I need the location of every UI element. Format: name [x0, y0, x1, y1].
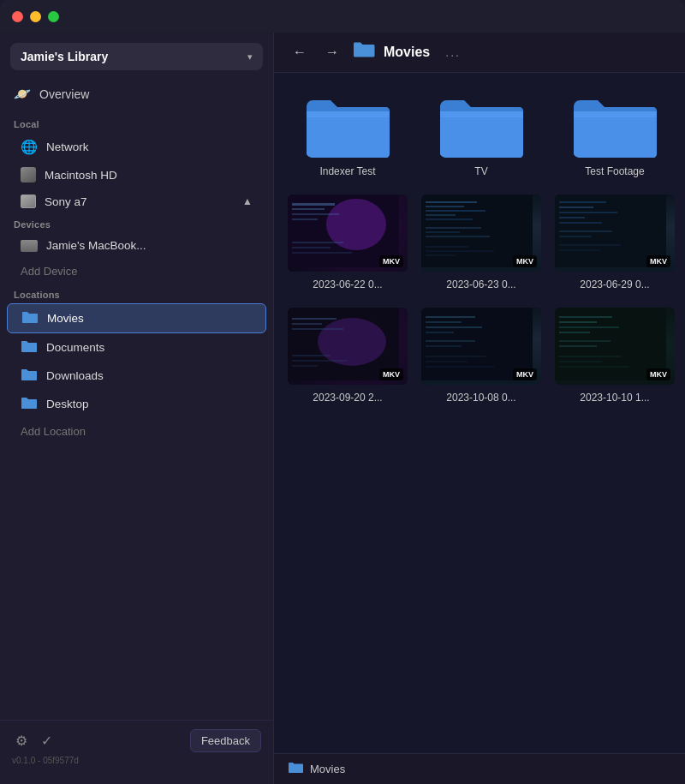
svg-rect-27 [559, 230, 612, 232]
grid-item-test-footage[interactable]: Test Footage [555, 90, 675, 177]
saturn-icon: 🪐 [14, 86, 31, 102]
grid-item-vid5[interactable]: MKV 2023-10-08 0... [421, 308, 541, 404]
grid-item-vid3[interactable]: MKV 2023-06-29 0... [555, 195, 675, 290]
sidebar-item-label: Sony a7 [45, 195, 87, 208]
svg-rect-8 [292, 252, 352, 254]
overview-label: Overview [39, 87, 89, 101]
main-content: ← → Movies ... Indexe [274, 33, 685, 784]
grid-item-vid1[interactable]: MKV 2023-06-22 0... [288, 195, 408, 290]
svg-rect-16 [426, 231, 460, 233]
check-icon[interactable]: ✓ [38, 729, 56, 752]
svg-rect-46 [426, 356, 485, 357]
svg-rect-58 [559, 366, 629, 368]
svg-rect-10 [426, 201, 477, 203]
svg-rect-35 [292, 328, 343, 330]
grid-item-label: Test Footage [585, 165, 644, 177]
svg-rect-2 [292, 203, 335, 206]
svg-rect-55 [559, 345, 597, 347]
grid-item-vid6[interactable]: MKV 2023-10-10 1... [555, 308, 675, 404]
add-location-button[interactable]: Add Location [7, 420, 266, 443]
folder-thumbnail [438, 90, 524, 159]
back-button[interactable]: ← [288, 43, 312, 62]
svg-rect-26 [559, 222, 602, 224]
sidebar-item-documents[interactable]: Documents [7, 333, 266, 362]
content-grid: Indexer Test TV [274, 73, 685, 753]
hd-icon [21, 167, 36, 183]
sidebar-item-downloads[interactable]: Downloads [7, 362, 266, 390]
svg-rect-56 [559, 356, 621, 357]
svg-rect-37 [292, 360, 348, 362]
grid-item-indexer-test[interactable]: Indexer Test [288, 90, 408, 177]
macbook-icon [21, 240, 38, 252]
svg-rect-20 [426, 254, 456, 256]
more-options-button[interactable]: ... [445, 45, 461, 59]
sidebar-item-macbook[interactable]: Jamie's MacBook... [7, 233, 266, 258]
content-header: ← → Movies ... [274, 33, 685, 73]
bottom-bar: Movies [274, 753, 685, 784]
sidebar-item-label: Network [46, 141, 89, 153]
close-button[interactable] [12, 11, 23, 22]
sidebar-item-network[interactable]: 🌐 Network [7, 133, 266, 161]
grid-item-label: TV [474, 165, 487, 177]
grid-item-vid4[interactable]: MKV 2023-09-20 2... [288, 308, 408, 404]
sidebar-item-label: Desktop [46, 398, 89, 410]
svg-rect-28 [559, 236, 592, 237]
grid-item-label: 2023-06-23 0... [446, 278, 515, 290]
video-thumbnail: MKV [555, 195, 675, 272]
grid-item-label: 2023-06-29 0... [580, 278, 649, 290]
library-name: Jamie's Library [21, 50, 108, 63]
sidebar-item-desktop[interactable]: Desktop [7, 390, 266, 418]
grid-item-label: 2023-10-10 1... [580, 392, 649, 404]
mkv-badge: MKV [646, 255, 670, 267]
svg-rect-38 [292, 365, 318, 367]
sidebar: Jamie's Library ▾ 🪐 Overview Local 🌐 Net… [0, 33, 274, 784]
grid-item-vid2[interactable]: MKV 2023-06-23 0... [421, 195, 541, 290]
svg-rect-13 [426, 214, 456, 216]
folder-icon [21, 310, 39, 326]
svg-rect-41 [426, 321, 462, 323]
svg-rect-24 [559, 212, 617, 213]
grid-item-label: 2023-09-20 2... [313, 392, 382, 404]
sidebar-item-label: Documents [46, 341, 104, 354]
mkv-badge: MKV [513, 368, 537, 380]
svg-rect-3 [292, 208, 325, 210]
library-selector[interactable]: Jamie's Library ▾ [10, 43, 263, 70]
svg-rect-44 [426, 340, 475, 342]
svg-rect-45 [426, 345, 462, 347]
sidebar-item-label: Macintosh HD [45, 169, 117, 182]
svg-rect-29 [559, 244, 621, 246]
section-local: Local [0, 114, 273, 133]
svg-rect-7 [292, 247, 331, 248]
svg-rect-42 [426, 326, 482, 328]
svg-rect-12 [426, 210, 485, 212]
svg-rect-6 [292, 242, 343, 243]
mkv-badge: MKV [513, 255, 537, 267]
folder-thumbnail [572, 90, 658, 159]
bottom-label: Movies [310, 763, 345, 775]
settings-icon[interactable]: ⚙ [12, 729, 31, 752]
svg-point-32 [318, 318, 386, 366]
sidebar-item-macintosh-hd[interactable]: Macintosh HD [7, 161, 266, 189]
maximize-button[interactable] [48, 11, 59, 22]
sidebar-item-overview[interactable]: 🪐 Overview [0, 79, 273, 109]
sidebar-item-label: Downloads [46, 369, 104, 382]
grid-item-tv[interactable]: TV [421, 90, 541, 177]
video-thumbnail: MKV [421, 195, 541, 272]
svg-rect-11 [426, 206, 464, 207]
forward-button[interactable]: → [320, 43, 344, 62]
svg-rect-36 [292, 355, 331, 356]
drive-icon [21, 195, 36, 208]
app-body: Jamie's Library ▾ 🪐 Overview Local 🌐 Net… [0, 33, 685, 784]
add-device-button[interactable]: Add Device [7, 260, 266, 283]
footer-actions: ⚙ ✓ Feedback [12, 729, 261, 752]
sidebar-item-movies[interactable]: Movies [7, 303, 266, 333]
svg-rect-51 [559, 321, 597, 323]
folder-thumbnail [305, 90, 390, 159]
feedback-button[interactable]: Feedback [190, 729, 261, 752]
svg-rect-5 [292, 218, 318, 220]
sidebar-item-sony-a7[interactable]: Sony a7 ▲ [7, 189, 266, 214]
video-thumbnail: MKV [555, 308, 675, 385]
folder-icon [21, 368, 38, 384]
svg-rect-57 [559, 361, 602, 362]
minimize-button[interactable] [30, 11, 41, 22]
